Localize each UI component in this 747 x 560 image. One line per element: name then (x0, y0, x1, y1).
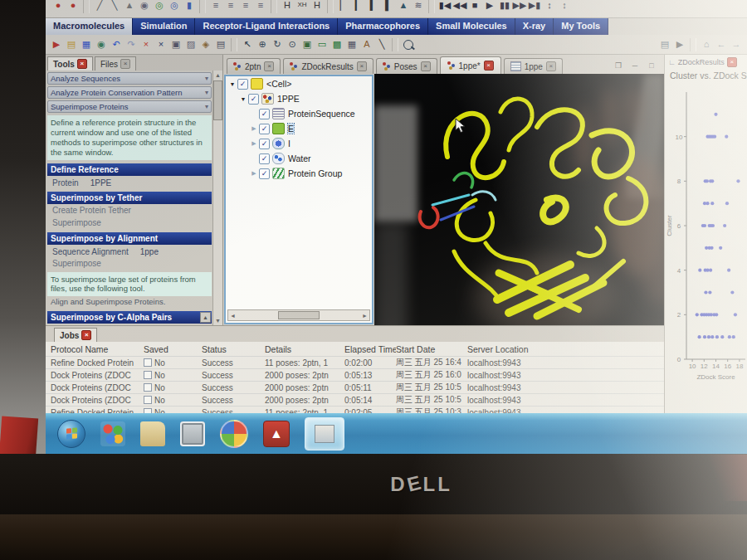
column-header-details[interactable]: Details (265, 344, 344, 354)
expand-v-icon[interactable]: ↕ (543, 0, 556, 12)
play-icon[interactable]: ▶ (483, 0, 496, 12)
add-xh-icon[interactable]: XH (295, 0, 309, 12)
checkbox-checked-icon[interactable]: ✓ (248, 94, 259, 105)
section-header-c-alpha[interactable]: Superimpose by C-Alpha Pairs ▲ (47, 311, 212, 324)
rewind-icon[interactable]: ◀◀ (453, 0, 466, 12)
run-icon[interactable]: ▶ (50, 38, 63, 51)
close-icon[interactable]: × (81, 330, 91, 340)
document-tab-poses[interactable]: Poses× (376, 58, 437, 74)
fast-forward-icon[interactable]: ▶▶ (513, 0, 526, 12)
chart-icon[interactable]: ▲ (397, 0, 410, 12)
dna-icon[interactable]: ▮ (183, 0, 196, 12)
delete-icon[interactable]: × (139, 38, 153, 51)
close-icon[interactable]: × (77, 59, 87, 69)
fit-icon[interactable]: ▣ (300, 38, 314, 51)
column-header-protocol-name[interactable]: Protocol Name (51, 344, 144, 354)
grid-icon[interactable]: ▦ (345, 38, 359, 51)
scrollbar-thumb[interactable] (213, 80, 222, 120)
label-icon[interactable]: A (360, 38, 374, 51)
clean-icon[interactable]: ▲ (123, 0, 136, 12)
open-icon[interactable]: ▤ (65, 38, 78, 51)
taskbar-adobe-reader-icon[interactable]: ▲ (263, 421, 290, 447)
expand-arrow-icon[interactable]: ▶ (250, 170, 258, 177)
column-header-server-location[interactable]: Server Location (467, 344, 547, 354)
molecule-3d-viewer[interactable] (374, 74, 664, 325)
collapse-v-icon[interactable]: ↕ (558, 0, 571, 12)
pause-icon[interactable]: ▮▮ (498, 0, 511, 12)
bar-2-icon[interactable]: ▎ (352, 0, 365, 12)
stop-icon[interactable]: ■ (468, 0, 481, 12)
document-tab-2ptn[interactable]: 2ptn× (227, 58, 281, 74)
jobs-table-row[interactable]: Dock Proteins (ZDOCNoSuccess2000 poses: … (46, 394, 664, 407)
scroll-down-icon[interactable]: ▼ (215, 316, 221, 325)
dot-red2-icon[interactable]: ● (66, 0, 80, 12)
save-icon[interactable]: ▦ (80, 38, 93, 51)
parameter-value[interactable]: 1ppe (140, 247, 159, 256)
line-icon[interactable]: ╲ (375, 38, 388, 51)
checkbox-checked-icon[interactable]: ✓ (259, 109, 270, 119)
seq-1-icon[interactable]: ≡ (209, 0, 222, 12)
report-icon[interactable]: ▤ (214, 38, 227, 51)
select-rect-icon[interactable]: ▭ (315, 38, 329, 51)
menu-tab-macromolecules[interactable]: Macromolecules (46, 18, 133, 35)
menu-tab-pharmacophores[interactable]: Pharmacophores (338, 18, 428, 35)
sketch-icon[interactable]: ╱ (93, 0, 106, 12)
close-icon[interactable]: × (120, 59, 130, 69)
taskbar-folder-icon[interactable] (140, 421, 165, 446)
tree-item-proteinsequence[interactable]: ✓ProteinSequence (226, 106, 372, 121)
taskbar-messenger-icon[interactable] (100, 421, 125, 446)
close-icon[interactable]: × (727, 57, 737, 67)
scroll-right-icon[interactable]: ► (362, 313, 368, 319)
restore-window-icon[interactable]: ❐ (613, 61, 624, 71)
rotate-icon[interactable]: ↻ (271, 38, 284, 51)
helix-green-icon[interactable]: ◎ (153, 0, 166, 12)
pointer-icon[interactable]: ↖ (241, 38, 254, 51)
menu-tab-simulation[interactable]: Simulation (133, 18, 195, 35)
align-superimpose-link[interactable]: Align and Superimpose Proteins. (47, 296, 212, 309)
menu-tab-small-molecules[interactable]: Small Molecules (428, 18, 515, 35)
checkbox-checked-icon[interactable]: ✓ (259, 139, 270, 149)
seq-3-icon[interactable]: ≡ (239, 0, 252, 12)
add-h-icon[interactable]: H (281, 0, 294, 12)
taskbar-active-app-button[interactable] (305, 417, 344, 450)
seq-2-icon[interactable]: ≡ (224, 0, 237, 12)
menu-tab-receptor-ligand-interactions[interactable]: Receptor-Ligand Interactions (195, 18, 338, 35)
scroll-up-icon[interactable]: ▲ (215, 71, 221, 80)
circle-h-icon[interactable]: H (310, 0, 324, 12)
close-icon[interactable]: × (421, 61, 431, 71)
dot-red-icon[interactable]: ● (51, 0, 65, 12)
scrollbar-thumb[interactable] (278, 311, 320, 319)
zdockresults-chart-tab[interactable]: ∟ ZDockResults × (665, 55, 747, 69)
checkbox-unchecked-icon[interactable] (144, 371, 152, 379)
tab-tools[interactable]: Tools × (47, 56, 93, 71)
scroll-up-icon[interactable]: ▲ (200, 312, 211, 323)
close-icon[interactable]: × (546, 61, 556, 71)
document-tab-1ppe[interactable]: 1ppe× (504, 58, 563, 74)
tree-item-cell[interactable]: ▼✓<Cell> (226, 76, 372, 91)
tab-files[interactable]: Files × (95, 56, 136, 71)
section-header-superimpose-by-tether[interactable]: Superimpose by Tether (47, 192, 212, 204)
sidebar-scrollbar[interactable]: ▲ ▼ (212, 71, 222, 325)
column-header-elapsed-time[interactable]: Elapsed Time (344, 344, 396, 354)
back-icon[interactable]: ← (715, 38, 728, 51)
column-header-start-date[interactable]: Start Date (396, 344, 467, 354)
expand-arrow-icon[interactable]: ▶ (250, 140, 258, 147)
paste-icon[interactable]: ▨ (184, 38, 198, 51)
tree-item-1ppe[interactable]: ▼✓1PPE (226, 91, 372, 106)
skip-end-icon[interactable]: ▶▮ (528, 0, 541, 12)
section-header-superimpose-by-alignment[interactable]: Superimpose by Alignment (47, 232, 212, 245)
search-icon[interactable] (402, 38, 415, 51)
section-header-define-reference[interactable]: Define Reference (47, 163, 212, 176)
expander-analyze-protein-conservation-pattern[interactable]: Analyze Protein Conservation Pattern▾ (47, 86, 212, 99)
taskbar-discovery-studio-icon[interactable] (220, 420, 248, 448)
parameter-value[interactable]: 1PPE (90, 178, 112, 187)
action-link-superimpose[interactable]: Superimpose (47, 217, 212, 229)
column-header-status[interactable]: Status (202, 344, 265, 354)
checkbox-unchecked-icon[interactable] (144, 383, 152, 392)
checkbox-unchecked-icon[interactable] (144, 358, 152, 367)
pan-icon[interactable]: ◈ (199, 38, 212, 51)
checkbox-unchecked-icon[interactable] (144, 396, 152, 404)
jobs-table-row[interactable]: Dock Proteins (ZDOCNoSuccess2000 poses: … (46, 369, 664, 382)
bar-3-icon[interactable]: ▍ (367, 0, 380, 12)
document-tab-zdockresults[interactable]: ZDockResults× (283, 58, 373, 74)
